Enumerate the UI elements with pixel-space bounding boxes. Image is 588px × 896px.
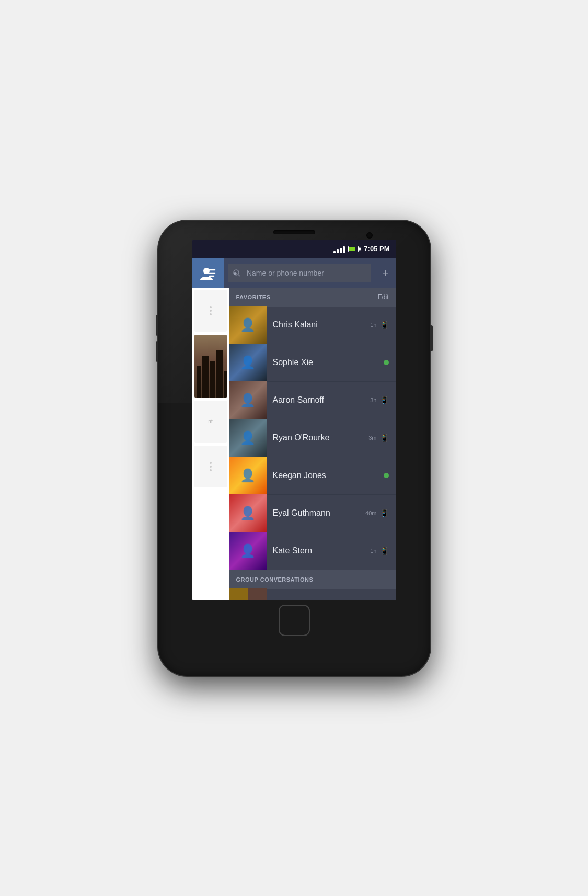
avatar-face-keegan: 👤	[229, 457, 267, 494]
contact-row-kate[interactable]: 👤 Kate Stern 1h 📱	[229, 532, 396, 570]
phone-device: 7:05 PM ● Name or phone number	[158, 221, 430, 676]
contact-status-kate: 1h 📱	[365, 547, 396, 555]
add-icon: +	[382, 266, 389, 280]
signal-bars	[333, 245, 345, 253]
signal-bar-2	[337, 249, 339, 253]
status-bar: 7:05 PM	[192, 240, 396, 258]
home-button[interactable]	[279, 605, 310, 636]
avatar-face-sophie: 👤	[229, 344, 267, 381]
avatar-kate: 👤	[229, 532, 267, 570]
contact-name-sophie: Sophie Xie	[273, 358, 359, 367]
battery-icon	[348, 246, 359, 252]
contact-info-eyal: Eyal Guthmann	[267, 508, 365, 518]
contact-info-sophie: Sophie Xie	[267, 358, 365, 367]
avatar-face-chris: 👤	[229, 306, 267, 344]
avatar-face-eyal: 👤	[229, 494, 267, 532]
contact-status-ryan: 3m 📱	[365, 434, 396, 442]
power-button[interactable]	[430, 325, 433, 351]
status-time-ryan: 3m	[368, 435, 376, 441]
avatar-sophie: 👤	[229, 344, 267, 381]
signal-bar-1	[333, 251, 336, 253]
phone-screen: 7:05 PM ● Name or phone number	[192, 240, 396, 600]
contact-info-keegan: Keegan Jones	[267, 471, 365, 480]
contact-status-sophie	[365, 360, 396, 365]
volume-down-button[interactable]	[156, 341, 158, 362]
contact-name-kate: Kate Stern	[273, 546, 359, 555]
status-time-aaron: 3h	[370, 397, 376, 403]
add-contact-button[interactable]: +	[375, 258, 396, 288]
contact-row-ryan[interactable]: 👤 Ryan O'Rourke 3m 📱	[229, 419, 396, 457]
signal-bar-4	[343, 246, 345, 253]
contact-name-keegan: Keegan Jones	[273, 471, 359, 480]
avatar-ryan: 👤	[229, 419, 267, 457]
city-background	[194, 335, 227, 398]
sidebar-text-nt: nt	[206, 416, 214, 426]
sidebar-panel: nt	[192, 288, 229, 600]
contact-row-chris[interactable]: 👤 Chris Kalani 1h 📱	[229, 307, 396, 344]
contact-name-aaron: Aaron Sarnoff	[273, 395, 359, 405]
svg-point-4	[234, 270, 239, 275]
sidebar-card-3	[194, 446, 227, 487]
device-icon-kate: 📱	[380, 547, 389, 555]
contact-info-ryan: Ryan O'Rourke	[267, 433, 365, 443]
header-bar: ● Name or phone number +	[192, 258, 396, 288]
avatar-keegan: 👤	[229, 457, 267, 494]
favorites-edit-button[interactable]: Edit	[378, 293, 389, 301]
contact-status-chris: 1h 📱	[365, 321, 396, 329]
speaker-grille	[273, 230, 315, 234]
svg-point-0	[203, 268, 210, 274]
search-bar[interactable]: ● Name or phone number	[228, 264, 371, 282]
contact-row-keegan[interactable]: 👤 Keegan Jones	[229, 457, 396, 495]
status-time-eyal: 40m	[365, 510, 376, 516]
main-content: FAVORITES Edit 👤 Chris Kalani 1h 📱 👤	[229, 288, 396, 600]
sidebar-card-1	[194, 290, 227, 332]
avatar-face-kate: 👤	[229, 532, 267, 570]
avatar-dinner	[229, 588, 267, 600]
groups-section-header: GROUP CONVERSATIONS	[229, 570, 396, 589]
signal-bar-3	[340, 248, 342, 253]
online-dot-keegan	[384, 473, 389, 478]
device-icon-chris: 📱	[380, 321, 389, 329]
avatar-face-ryan: 👤	[229, 419, 267, 457]
online-dot-sophie	[384, 360, 389, 365]
contact-info-kate: Kate Stern	[267, 546, 365, 555]
sidebar-city-photo	[194, 335, 227, 398]
contact-row-sophie[interactable]: 👤 Sophie Xie	[229, 344, 396, 382]
search-icon-svg	[233, 269, 240, 277]
contact-status-eyal: 40m 📱	[365, 509, 396, 517]
contact-row-eyal[interactable]: 👤 Eyal Guthmann 40m 📱	[229, 495, 396, 532]
contact-name-ryan: Ryan O'Rourke	[273, 433, 359, 443]
group-row-dinner[interactable]: Dinner Party Kevin, Keegan, Lucy	[229, 589, 396, 600]
device-icon-eyal: 📱	[380, 509, 389, 517]
device-icon-aaron: 📱	[380, 396, 389, 404]
front-camera	[366, 232, 373, 239]
contact-status-aaron: 3h 📱	[365, 396, 396, 404]
contact-name-eyal: Eyal Guthmann	[273, 508, 359, 518]
avatar-face-aaron: 👤	[229, 381, 267, 419]
contact-status-keegan	[365, 473, 396, 478]
avatar-aaron: 👤	[229, 381, 267, 419]
svg-line-5	[238, 275, 240, 276]
favorites-section-header: FAVORITES Edit	[229, 288, 396, 307]
contacts-icon-button[interactable]	[192, 258, 224, 288]
avatar-chris: 👤	[229, 306, 267, 344]
avatar-eyal: 👤	[229, 494, 267, 532]
battery-fill	[349, 247, 355, 251]
status-time: 7:05 PM	[364, 245, 389, 253]
ga-dinner-q1	[229, 588, 248, 600]
groups-title: GROUP CONVERSATIONS	[236, 576, 314, 583]
sidebar-dots-1	[210, 306, 212, 315]
ga-dinner-q2	[248, 588, 267, 600]
sidebar-dots-2	[210, 462, 212, 471]
contact-info-chris: Chris Kalani	[267, 320, 365, 330]
device-icon-ryan: 📱	[380, 434, 389, 442]
contact-row-aaron[interactable]: 👤 Aaron Sarnoff 3h 📱	[229, 382, 396, 419]
contact-info-aaron: Aaron Sarnoff	[267, 395, 365, 405]
contact-name-chris: Chris Kalani	[273, 320, 359, 330]
status-time-chris: 1h	[370, 322, 376, 328]
volume-up-button[interactable]	[156, 315, 158, 336]
favorites-title: FAVORITES	[236, 294, 271, 300]
sidebar-card-2: nt	[194, 401, 227, 443]
status-time-kate: 1h	[370, 548, 376, 554]
search-placeholder: Name or phone number	[247, 269, 324, 277]
